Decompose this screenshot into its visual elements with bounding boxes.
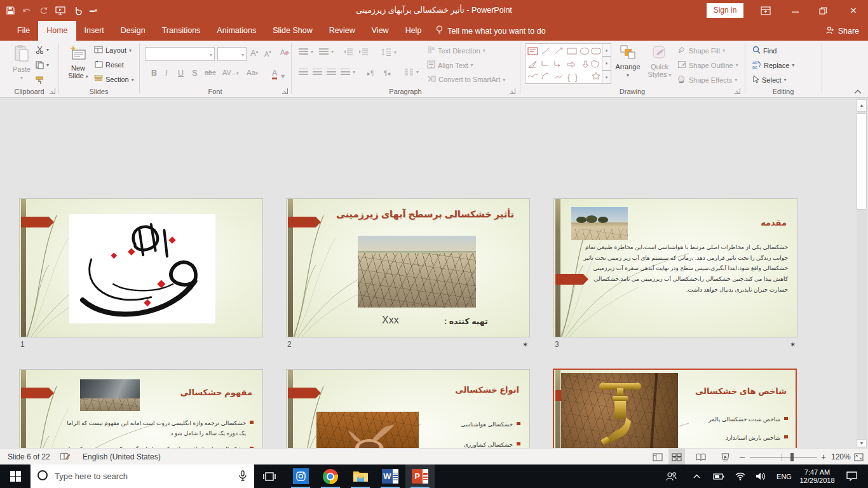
tab-insert[interactable]: Insert: [76, 21, 112, 41]
font-color-dropdown-icon[interactable]: ▾: [281, 71, 285, 81]
gallery-more-icon[interactable]: ▾: [602, 71, 611, 84]
tab-help[interactable]: Help: [397, 21, 430, 41]
font-color-button[interactable]: A: [272, 69, 277, 79]
shape-outline-button[interactable]: Shape Outline▾: [677, 60, 738, 70]
slide-thumbnail-2[interactable]: تأثیر خشکسالی برسطح آبهای زیرزمینی Xxx ت…: [286, 198, 530, 337]
align-right-icon[interactable]: [327, 69, 336, 76]
action-center-icon[interactable]: [840, 464, 863, 488]
decrease-indent-icon[interactable]: [343, 48, 353, 55]
font-size-combobox[interactable]: ▾: [217, 47, 247, 61]
reset-button[interactable]: Reset: [94, 60, 124, 69]
arrange-button[interactable]: Arrange▾: [613, 44, 643, 79]
italic-button[interactable]: I: [165, 69, 167, 78]
slide-show-view-icon[interactable]: [717, 449, 733, 465]
font-name-combobox[interactable]: ▾: [145, 47, 215, 61]
tab-home[interactable]: Home: [38, 21, 76, 41]
speaker-icon[interactable]: [751, 464, 770, 488]
normal-view-icon[interactable]: [649, 449, 666, 465]
minimize-button[interactable]: [784, 0, 806, 21]
scroll-down-icon[interactable]: ▼: [857, 439, 867, 447]
replace-button[interactable]: abacReplace▾: [752, 60, 794, 70]
tab-view[interactable]: View: [363, 21, 397, 41]
cut-button[interactable]: ▾: [36, 46, 49, 54]
file-explorer-taskbar-icon[interactable]: [346, 464, 375, 488]
fit-slide-to-window-icon[interactable]: [854, 449, 864, 465]
paste-button[interactable]: Paste▾: [6, 44, 37, 81]
sign-in-button[interactable]: Sign in: [707, 3, 743, 18]
word-taskbar-icon[interactable]: W: [376, 464, 405, 488]
restore-button[interactable]: [812, 0, 834, 21]
select-button[interactable]: Select▾: [752, 75, 787, 85]
shapes-gallery-scrollbar[interactable]: ▴▾▾: [602, 43, 611, 84]
instagram-taskbar-icon[interactable]: [286, 464, 315, 488]
tab-animations[interactable]: Animations: [208, 21, 264, 41]
scroll-up-icon[interactable]: ▲: [857, 99, 867, 112]
shape-effects-button[interactable]: Shape Effects▾: [677, 75, 737, 85]
battery-icon[interactable]: [709, 464, 728, 488]
share-button[interactable]: Share: [825, 21, 859, 41]
slide-thumbnail-3[interactable]: مقدمه خشکسالی یکی از مخاطرات اصلی مرتبط …: [553, 198, 797, 337]
numbering-button[interactable]: ▾: [319, 48, 334, 55]
bold-button[interactable]: B: [151, 69, 157, 78]
close-button[interactable]: ×: [843, 0, 864, 21]
taskbar-search-box[interactable]: Type here to search: [31, 464, 254, 488]
chrome-taskbar-icon[interactable]: [316, 464, 345, 488]
scrollbar-thumb[interactable]: [857, 113, 867, 210]
zoom-slider[interactable]: [750, 449, 817, 465]
change-case-button[interactable]: Aa▾: [247, 69, 258, 76]
paragraph-dialog-launcher-icon[interactable]: [510, 88, 515, 94]
language-indicator[interactable]: ENG: [773, 464, 796, 488]
justify-icon[interactable]: ▾: [341, 69, 355, 76]
grow-font-button[interactable]: A▴: [250, 48, 258, 58]
powerpoint-taskbar-icon[interactable]: P: [405, 464, 435, 488]
people-icon[interactable]: [661, 464, 681, 488]
start-button[interactable]: [0, 464, 31, 488]
copy-button[interactable]: ▾: [36, 61, 49, 69]
gallery-scroll-down-icon[interactable]: ▾: [602, 57, 611, 70]
underline-button[interactable]: U: [178, 69, 184, 78]
text-shadow-button[interactable]: S: [192, 69, 197, 78]
tab-slide-show[interactable]: Slide Show: [264, 21, 321, 41]
ltr-text-direction-icon[interactable]: ¶◂: [384, 70, 390, 77]
spell-check-icon[interactable]: [60, 449, 70, 465]
tab-review[interactable]: Review: [321, 21, 363, 41]
text-direction-button[interactable]: AText Direction▾: [427, 46, 485, 55]
hidden-icons-chevron-icon[interactable]: [688, 464, 705, 488]
clock[interactable]: 7:47 AM12/29/2018: [797, 464, 837, 488]
collapse-ribbon-icon[interactable]: [854, 85, 862, 97]
reading-view-icon[interactable]: [693, 449, 709, 465]
wifi-icon[interactable]: [731, 464, 750, 488]
slide-counter[interactable]: Slide 6 of 22: [8, 449, 50, 465]
clipboard-dialog-launcher-icon[interactable]: [50, 88, 55, 94]
language-status[interactable]: English (United States): [83, 449, 161, 465]
task-view-button[interactable]: [255, 464, 283, 488]
shrink-font-button[interactable]: A▾: [264, 50, 271, 58]
zoom-slider-thumb[interactable]: [790, 453, 794, 461]
shapes-gallery[interactable]: {}: [525, 43, 602, 84]
layout-button[interactable]: Layout▾: [94, 46, 132, 55]
zoom-in-icon[interactable]: +: [821, 449, 826, 465]
rtl-text-direction-icon[interactable]: ▸¶: [367, 70, 374, 77]
section-button[interactable]: Section▾: [94, 75, 134, 84]
ribbon-display-options-icon[interactable]: [755, 0, 776, 21]
slide-thumbnail-1[interactable]: [19, 198, 263, 337]
zoom-level[interactable]: 120%: [831, 449, 851, 465]
tab-design[interactable]: Design: [112, 21, 154, 41]
align-left-icon[interactable]: [299, 69, 308, 76]
format-painter-button[interactable]: [36, 76, 44, 85]
line-spacing-button[interactable]: ▾: [381, 48, 397, 56]
tab-transitions[interactable]: Transitions: [154, 21, 209, 41]
quick-styles-button[interactable]: Quick Styles ▾: [644, 44, 675, 79]
character-spacing-button[interactable]: AV↔▾: [222, 69, 239, 76]
shape-fill-button[interactable]: Shape Fill▾: [677, 46, 725, 55]
microphone-icon[interactable]: [239, 470, 247, 483]
increase-indent-icon[interactable]: [358, 48, 369, 55]
clear-formatting-button[interactable]: A: [280, 48, 289, 58]
columns-button[interactable]: ▾: [404, 69, 419, 76]
font-dialog-launcher-icon[interactable]: [282, 88, 288, 94]
vertical-scrollbar[interactable]: ▲ ▼: [857, 98, 867, 448]
slide-sorter-view-icon[interactable]: [668, 449, 685, 465]
drawing-dialog-launcher-icon[interactable]: [735, 88, 740, 94]
strikethrough-button[interactable]: abc: [205, 69, 216, 76]
gallery-scroll-up-icon[interactable]: ▴: [602, 43, 611, 57]
